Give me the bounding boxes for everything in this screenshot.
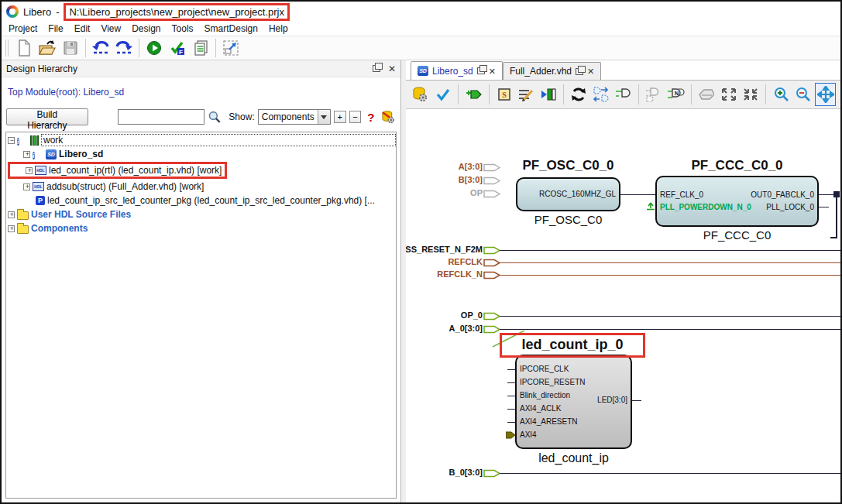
float-tab-icon[interactable] (576, 68, 583, 75)
auto-connect-button[interactable] (591, 83, 612, 106)
ccc-pin-fabclk[interactable]: OUT0_FABCLK_0 (655, 190, 814, 199)
port-a[interactable]: A[3:0] (406, 162, 483, 171)
expand-icon[interactable] (26, 167, 33, 174)
tab-label[interactable]: Libero_sd (432, 66, 473, 77)
port-refclk-arrow-icon[interactable] (483, 259, 501, 267)
tab-libero-sd[interactable]: SD Libero_sd ✕ (411, 61, 503, 80)
expand-icon[interactable] (23, 151, 30, 158)
ccc-instance-title[interactable]: PF_CCC_C0_0 (655, 158, 819, 173)
edit-addresses-button[interactable] (516, 83, 537, 106)
help-button[interactable]: ? (367, 111, 374, 124)
close-tab-icon[interactable]: ✕ (587, 67, 594, 75)
port-op-arrow-icon[interactable] (483, 190, 501, 198)
memory-map-button[interactable]: S (494, 83, 515, 106)
tree-label[interactable]: addsub(struct) (Full_Adder.vhd) [work] (46, 181, 204, 192)
open-project-button[interactable] (36, 37, 59, 59)
tree-label[interactable]: led_count_ip_src_led_counter_pkg (led_co… (47, 195, 375, 206)
led-pin-led-out[interactable]: LED[3:0] (515, 396, 627, 404)
led-pin-ipcore-resetn[interactable]: IPCORE_RESETN (520, 378, 585, 386)
expand-icon[interactable] (8, 211, 15, 218)
port-refclk-n-arrow-icon[interactable] (483, 271, 501, 279)
float-panel-icon[interactable] (373, 65, 380, 72)
expand-icon[interactable] (23, 183, 30, 190)
port-a-arrow-icon[interactable] (483, 163, 501, 172)
show-dropdown[interactable]: Components (258, 109, 331, 125)
menu-view[interactable]: View (95, 23, 126, 34)
led-pin-axi4-aclk[interactable]: AXI4_ACLK (520, 404, 561, 413)
menu-smartdesign[interactable]: SmartDesign (199, 23, 263, 34)
verify-button[interactable]: F (166, 37, 189, 59)
tree-row-components[interactable]: Components (6, 221, 396, 235)
save-button[interactable] (59, 37, 82, 59)
show-connections-button[interactable] (538, 83, 559, 106)
port-b0-arrow-icon[interactable] (483, 469, 501, 478)
port-op[interactable]: OP (406, 188, 483, 197)
undo-button[interactable] (89, 37, 112, 59)
port-mss-reset[interactable]: MSS_RESET_N_F2M (406, 245, 483, 254)
tree-label[interactable]: led_count_ip(rtl) (led_count_ip.vhd) [wo… (49, 165, 222, 176)
tree-label[interactable]: Components (31, 223, 88, 234)
port-b0[interactable]: B_0[3:0] (406, 468, 483, 477)
port-mss-arrow-icon[interactable] (483, 246, 501, 255)
new-document-button[interactable] (12, 37, 36, 59)
port-a0[interactable]: A_0[3:0] (406, 324, 483, 333)
menu-project[interactable]: Project (3, 23, 43, 34)
check-design-button[interactable] (433, 83, 454, 106)
menu-edit[interactable]: Edit (69, 23, 96, 34)
port-refclk-n[interactable]: REFCLK_N (406, 269, 483, 279)
search-input[interactable] (118, 109, 204, 125)
connection-mode-button[interactable] (613, 83, 634, 106)
zoom-in-button[interactable] (771, 83, 792, 106)
osc-instance-title[interactable]: PF_OSC_C0_0 (516, 158, 620, 173)
tree-row-user-hdl[interactable]: User HDL Source Files (6, 207, 396, 221)
led-pin-axi4-aresetn[interactable]: AXI4_ARESETN (520, 417, 577, 426)
port-op0[interactable]: OP_0 (406, 310, 483, 320)
maximize-view-button[interactable] (718, 83, 739, 106)
ccc-pin-pll-lock[interactable]: PLL_LOCK_0 (655, 203, 814, 211)
collapse-icon[interactable] (8, 137, 15, 144)
tree-label[interactable]: Libero_sd (59, 149, 103, 159)
generate-db-icon[interactable] (380, 110, 396, 124)
float-tab-icon[interactable] (477, 67, 485, 74)
port-b[interactable]: B[3:0] (406, 175, 483, 184)
fit-window-button[interactable] (219, 37, 242, 59)
ccc-block[interactable] (655, 176, 819, 227)
port-op0-arrow-icon[interactable] (483, 312, 501, 321)
reports-button[interactable] (189, 37, 212, 59)
dropdown-arrow-icon[interactable] (318, 110, 330, 124)
tree-label[interactable]: work (41, 134, 396, 146)
menu-file[interactable]: File (43, 23, 68, 34)
tree-row-work[interactable]: i work (6, 133, 396, 147)
tree-row-libero-sd[interactable]: i SD Libero_sd (6, 147, 396, 161)
led-pin-ipcore-clk[interactable]: IPCORE_CLK (520, 365, 569, 373)
tree-label[interactable]: User HDL Source Files (31, 209, 131, 220)
build-hierarchy-button[interactable]: Build Hierarchy (6, 108, 88, 125)
search-icon[interactable] (208, 110, 222, 124)
port-refclk[interactable]: REFCLK (406, 257, 483, 266)
tab-full-adder[interactable]: Full_Adder.vhd ✕ (503, 62, 601, 80)
tree-row-addsub[interactable]: HDL addsub(struct) (Full_Adder.vhd) [wor… (6, 180, 396, 194)
run-button[interactable] (143, 37, 166, 59)
expand-all-button[interactable]: + (334, 111, 346, 123)
led-pin-axi4[interactable]: AXI4 (520, 430, 537, 439)
led-instance-title[interactable]: led_count_ip_0 (500, 337, 645, 353)
toolbar-grip[interactable] (5, 39, 9, 57)
refresh-button[interactable] (569, 83, 589, 106)
expand-icon[interactable] (8, 225, 15, 232)
menu-help[interactable]: Help (263, 23, 294, 34)
zoom-out-button[interactable] (793, 83, 814, 106)
quick-connect-button[interactable] (644, 83, 665, 106)
pan-mode-button[interactable] (815, 83, 836, 106)
collapse-all-button[interactable]: − (349, 111, 362, 123)
restore-view-button[interactable] (741, 83, 761, 106)
menu-design[interactable]: Design (126, 23, 166, 34)
menu-tools[interactable]: Tools (167, 23, 199, 34)
tree-row-led-count-ip[interactable]: HDL led_count_ip(rtl) (led_count_ip.vhd)… (6, 161, 396, 180)
close-panel-icon[interactable]: ✕ (388, 65, 396, 73)
port-b-arrow-icon[interactable] (483, 177, 501, 185)
smartdesign-canvas[interactable]: A[3:0] B[3:0] OP PF_OSC_C0_0 RCOSC_160MH… (406, 109, 840, 502)
osc-out-pin[interactable]: RCOSC_160MHZ_GL (516, 190, 616, 198)
tab-label[interactable]: Full_Adder.vhd (510, 66, 572, 77)
delete-button[interactable] (696, 83, 717, 106)
tree-row-pkg[interactable]: P led_count_ip_src_led_counter_pkg (led_… (6, 194, 396, 207)
